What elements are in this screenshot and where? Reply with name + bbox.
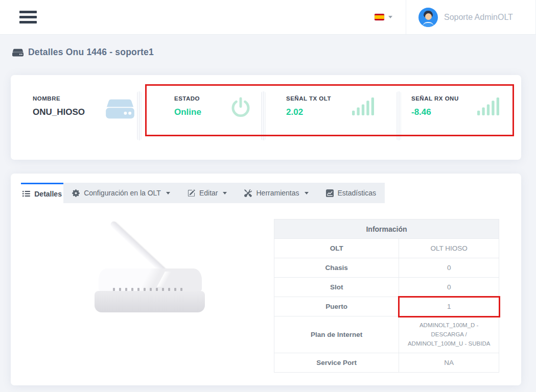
- tab-label: Detalles: [34, 190, 62, 198]
- tab-label: Herramientas: [256, 189, 299, 197]
- avatar: [418, 8, 438, 27]
- chart-line-icon: [326, 189, 334, 197]
- row-slot-value: 0: [399, 278, 499, 297]
- tab-editar[interactable]: Editar: [179, 183, 236, 203]
- tab-bar: Detalles Configuración en la OLT Editar: [21, 183, 385, 203]
- onu-server-icon: [106, 99, 134, 119]
- breadcrumb: Detalles Onu 1446 - soporte1: [12, 47, 154, 58]
- table-row: Slot 0: [274, 278, 499, 297]
- stat-senal-tx: SEÑAL TX OLT 2.02: [286, 95, 331, 117]
- spain-flag-icon: [375, 14, 384, 20]
- informacion-table: Información OLT OLT HIOSO Chasis 0 Slot …: [274, 219, 499, 373]
- onu-summary-card: NOMBRE ONU_HIOSO ESTADO Online SEÑAL TX …: [11, 75, 521, 160]
- row-chasis-value: 0: [399, 258, 499, 278]
- tab-estadisticas[interactable]: Estadísticas: [317, 183, 385, 203]
- list-icon: [22, 190, 30, 198]
- chevron-down-icon: [223, 192, 227, 194]
- tab-label: Editar: [199, 189, 218, 197]
- table-row: Chasis 0: [274, 258, 499, 278]
- row-puerto-value-highlighted: 1: [399, 297, 499, 316]
- row-olt-value: OLT HIOSO: [399, 239, 499, 258]
- table-row: OLT OLT HIOSO: [274, 239, 499, 258]
- stat-nombre: NOMBRE ONU_HIOSO: [33, 95, 85, 117]
- topbar-right: Soporte AdminOLT: [361, 0, 536, 34]
- tools-icon: [244, 189, 252, 197]
- divider: [137, 91, 142, 140]
- table-header: Información: [274, 219, 499, 239]
- edit-icon: [188, 189, 195, 197]
- chevron-down-icon: [166, 192, 170, 194]
- user-name: Soporte AdminOLT: [444, 13, 513, 22]
- stat-nombre-label: NOMBRE: [33, 95, 85, 102]
- tab-label: Configuración en la OLT: [84, 189, 161, 197]
- onu-status-value: Online: [174, 107, 201, 117]
- user-menu[interactable]: Soporte AdminOLT: [406, 8, 535, 27]
- table-row: Service Port NA: [274, 353, 499, 373]
- stat-senal-tx-label: SEÑAL TX OLT: [286, 95, 331, 102]
- stat-senal-rx-label: SEÑAL RX ONU: [411, 95, 459, 102]
- table-row: Puerto 1: [274, 297, 499, 316]
- row-slot-label: Slot: [274, 278, 399, 297]
- table-row: Plan de Internet ADMINOLT_100M_D - DESCA…: [274, 316, 499, 353]
- row-plan-value: ADMINOLT_100M_D - DESCARGA / ADMINOLT_10…: [399, 316, 499, 353]
- language-selector[interactable]: [361, 14, 406, 20]
- tab-herramientas[interactable]: Herramientas: [236, 183, 317, 203]
- senal-rx-value: -8.46: [411, 107, 459, 117]
- stat-estado-label: ESTADO: [174, 95, 201, 102]
- chevron-down-icon: [305, 192, 309, 194]
- row-chasis-label: Chasis: [274, 258, 399, 278]
- app-window: Soporte AdminOLT Detalles Onu 1446 - sop…: [0, 0, 536, 392]
- stat-senal-rx: SEÑAL RX ONU -8.46: [411, 95, 459, 117]
- signal-bars-icon: [477, 97, 499, 115]
- onu-details-card: Detalles Configuración en la OLT Editar: [11, 174, 521, 385]
- stat-nombre-value: ONU_HIOSO: [33, 107, 85, 117]
- row-service-port-value: NA: [399, 353, 499, 373]
- row-plan-label: Plan de Internet: [274, 316, 399, 353]
- device-front: [95, 291, 205, 312]
- divider: [261, 91, 266, 140]
- onu-device-icon: [12, 48, 24, 57]
- row-olt-label: OLT: [274, 239, 399, 258]
- row-puerto-label: Puerto: [274, 297, 399, 316]
- menu-toggle-icon[interactable]: [19, 8, 37, 26]
- row-service-port-label: Service Port: [274, 353, 399, 373]
- plan-value-text: ADMINOLT_100M_D - DESCARGA / ADMINOLT_10…: [407, 316, 491, 353]
- signal-bars-icon: [352, 97, 374, 115]
- power-icon: [229, 96, 252, 119]
- tab-label: Estadísticas: [338, 189, 376, 197]
- senal-tx-value: 2.02: [286, 107, 331, 117]
- stat-estado: ESTADO Online: [174, 95, 201, 117]
- tab-configuracion-olt[interactable]: Configuración en la OLT: [63, 183, 179, 203]
- gear-icon: [72, 189, 80, 197]
- tab-detalles[interactable]: Detalles: [21, 183, 63, 203]
- top-navbar: Soporte AdminOLT: [0, 0, 536, 35]
- page-title: Detalles Onu 1446 - soporte1: [28, 47, 154, 58]
- divider: [397, 91, 401, 140]
- chevron-down-icon: [388, 16, 392, 18]
